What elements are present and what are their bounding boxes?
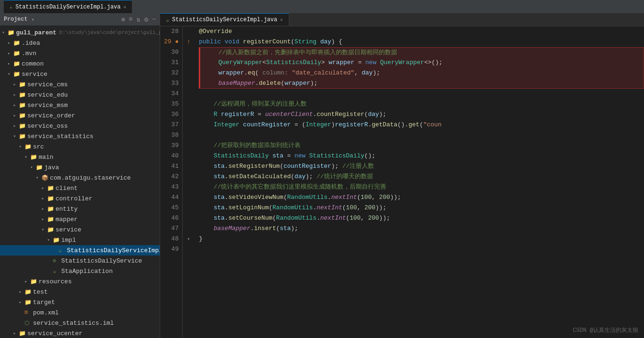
- code-indent-40: [199, 151, 213, 161]
- code-paren-eq: (: [255, 68, 262, 78]
- tree-item-mapper[interactable]: 📁 mapper: [0, 214, 160, 224]
- tree-item-client[interactable]: 📁 client: [0, 183, 160, 193]
- gutter-48: ▾: [183, 234, 194, 244]
- tree-item-sta-application[interactable]: ☕ StaApplication: [0, 266, 160, 276]
- code-dot2-46: .: [317, 213, 320, 223]
- service-edu-label: service_edu: [27, 91, 160, 99]
- tree-item-service-ucenter[interactable]: 📁 service_ucenter: [0, 328, 160, 338]
- tree-item-pom-xml[interactable]: m pom.xml: [0, 307, 160, 318]
- java-file-icon: ☕: [9, 4, 13, 10]
- minimize-icon[interactable]: −: [152, 16, 156, 24]
- tree-item-service-statistics[interactable]: 📁 service_statistics: [0, 131, 160, 141]
- tree-item-service-msm[interactable]: 📁 service_msm: [0, 100, 160, 110]
- service-msm-folder-icon: 📁: [19, 102, 27, 109]
- code-dot-33: .: [255, 78, 259, 89]
- code-dot-37a: .: [368, 120, 372, 130]
- tree-item-entity[interactable]: 📁 entity: [0, 204, 160, 214]
- sidebar: Project ▾ ⊕ ≡ ⇅ ⚙ − 📁 guli_parent D:\stu…: [0, 13, 160, 338]
- tree-item-service-order[interactable]: 📁 service_order: [0, 110, 160, 121]
- idea-folder-icon: 📁: [13, 40, 22, 47]
- tree-item-test[interactable]: 📁 test: [0, 287, 160, 297]
- tree-item-service-pkg[interactable]: 📁 service: [0, 224, 160, 235]
- expand-icon[interactable]: ⇅: [137, 16, 140, 24]
- service-cms-label: service_cms: [27, 81, 160, 88]
- tree-item-common[interactable]: 📁 common: [0, 58, 160, 69]
- impl-folder-icon: 📁: [53, 237, 61, 244]
- code-kw-public: public: [199, 37, 225, 47]
- code-cast-integer: Integer: [306, 120, 332, 130]
- sta-application-label: StaApplication: [61, 268, 160, 275]
- service-oss-folder-icon: 📁: [19, 123, 27, 130]
- code-line-48: }: [199, 234, 644, 244]
- tree-item-impl[interactable]: 📁 impl: [0, 235, 160, 245]
- editor-tab-statistics[interactable]: ☕ StatisticsDailyServiceImpl.java ✕: [160, 13, 289, 26]
- mvn-label: .mvn: [22, 50, 160, 57]
- mvn-folder-icon: 📁: [13, 50, 22, 57]
- code-param-day-42: day: [294, 172, 305, 182]
- code-comma-44: ,: [372, 192, 379, 203]
- code-param-day-32: day: [362, 68, 373, 78]
- code-num-100-45: 100: [346, 203, 357, 213]
- line-num-34: 34: [164, 89, 179, 99]
- tree-item-service-edu[interactable]: 📁 service_edu: [0, 90, 160, 100]
- code-brace-close: }: [199, 234, 203, 244]
- tree-item-target[interactable]: 📁 target: [0, 297, 160, 307]
- code-var-sta-42: sta: [213, 172, 224, 182]
- arrow-service-pkg: [41, 227, 47, 232]
- code-dot-42: .: [225, 172, 228, 182]
- code-paren-37b: (: [419, 120, 423, 130]
- tab-close-icon[interactable]: ✕: [280, 17, 283, 23]
- test-folder-icon: 📁: [24, 289, 33, 296]
- client-folder-icon: 📁: [47, 185, 56, 192]
- src-label: src: [33, 143, 160, 150]
- arrow-mvn: [8, 50, 13, 56]
- code-line-35: //远程调用，得到某天的注册人数: [199, 99, 644, 109]
- project-dropdown-icon[interactable]: ▾: [31, 16, 34, 23]
- code-editor[interactable]: 28 29 ● 30 31 32 33 34 35 36 37 38 39 40…: [160, 26, 644, 338]
- title-tab[interactable]: ☕ StatisticsDailyServiceImpl.java ✕: [4, 0, 132, 13]
- guli-parent-path: D:\study\java\code\project\guli_parent: [59, 30, 160, 35]
- tree-item-idea[interactable]: 📁 .idea: [0, 38, 160, 48]
- code-kw-new-31: new: [366, 58, 380, 68]
- test-label: test: [33, 289, 160, 296]
- settings-icon[interactable]: ⚙: [144, 16, 148, 24]
- code-kw-void: void: [225, 37, 243, 47]
- code-line-49: [199, 244, 644, 255]
- tree-item-statistics-daily-service[interactable]: ⊙ StatisticsDailyService: [0, 256, 160, 266]
- gutter-34: [183, 89, 194, 99]
- line-num-31: 31: [164, 58, 179, 68]
- arrow-idea: [8, 40, 13, 46]
- tree-item-service-oss[interactable]: 📁 service_oss: [0, 121, 160, 131]
- tree-item-main[interactable]: 📁 main: [0, 152, 160, 162]
- tree-item-java[interactable]: 📁 java: [0, 162, 160, 173]
- tree-item-package[interactable]: 📦 com.atguigu.staservice: [0, 173, 160, 183]
- collapse-icon[interactable]: ≡: [129, 16, 132, 24]
- line-num-49: 49: [164, 244, 179, 255]
- gutter-29: ↑: [183, 37, 194, 47]
- code-paren-41: (: [280, 161, 284, 172]
- tree-item-src[interactable]: 📁 src: [0, 141, 160, 152]
- tree-item-statistics-daily-service-impl[interactable]: ☕ StatisticsDailyServiceImpl: [0, 245, 160, 256]
- fold-icon[interactable]: ▾: [187, 236, 190, 242]
- code-annotation-override: @Override: [199, 26, 232, 37]
- main-folder-icon: 📁: [30, 154, 39, 161]
- code-param-name-column: column:: [262, 68, 292, 78]
- code-paren-47: (: [276, 223, 280, 234]
- add-icon[interactable]: ⊕: [121, 16, 125, 24]
- line-num-37: 37: [164, 120, 179, 130]
- code-comment-30: //插入新数据之前，先删掉表中与即将插入的数据日期相同的数据: [204, 48, 397, 58]
- code-fn-registerCount: registerCount: [243, 37, 291, 47]
- target-label: target: [33, 299, 160, 306]
- tree-item-resources[interactable]: 📁 resources: [0, 276, 160, 287]
- tree-item-service[interactable]: 📁 service: [0, 69, 160, 79]
- gutter-49: [183, 244, 194, 255]
- tree-item-controller[interactable]: 📁 controller: [0, 193, 160, 204]
- code-comment-43: //统计表中的其它数据我们这里模拟生成随机数，后期自行完善: [199, 182, 386, 192]
- tree-item-guli-parent[interactable]: 📁 guli_parent D:\study\java\code\project…: [0, 27, 160, 38]
- tree-item-statistics-iml[interactable]: ⬡ service_statistics.iml: [0, 318, 160, 328]
- close-tab-icon[interactable]: ✕: [123, 4, 126, 10]
- code-indent-41: [199, 161, 213, 172]
- tree-item-mvn[interactable]: 📁 .mvn: [0, 48, 160, 58]
- tree-item-service-cms[interactable]: 📁 service_cms: [0, 79, 160, 90]
- service-label: service: [22, 71, 160, 78]
